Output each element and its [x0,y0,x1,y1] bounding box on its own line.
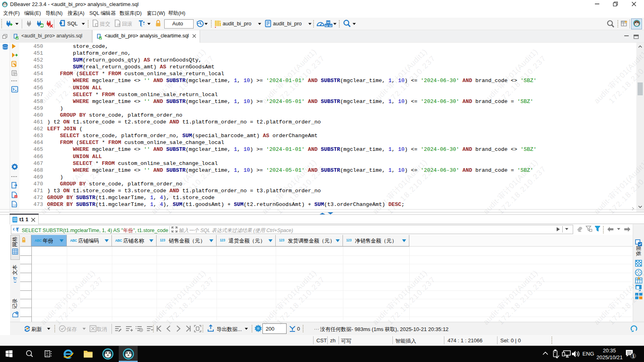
svg-text:-: - [636,293,637,296]
svg-text:1: 1 [632,354,635,358]
